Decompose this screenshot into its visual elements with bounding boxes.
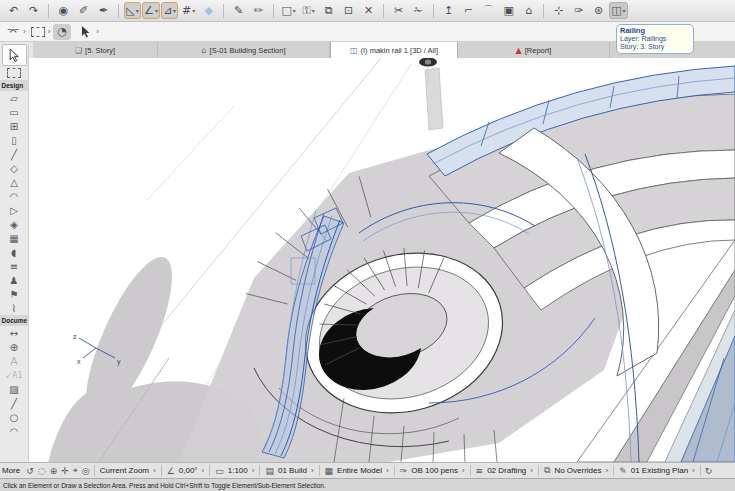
tab-label: [5. Story]: [85, 46, 115, 55]
arrow-tool-button[interactable]: [77, 24, 95, 40]
transform-button[interactable]: ⧉: [319, 2, 338, 19]
wall-tool[interactable]: ▱: [2, 91, 27, 105]
axis-z-label: z: [73, 333, 77, 340]
radial-dimension-tool[interactable]: ⊕: [2, 340, 27, 354]
curtain-wall-tool[interactable]: ▦: [2, 231, 27, 245]
more-button[interactable]: More: [2, 466, 20, 475]
orbit-mode-button[interactable]: ◔: [53, 24, 71, 40]
redo-button[interactable]: ↷: [24, 2, 43, 19]
stair-tool[interactable]: ≡: [2, 259, 27, 273]
chevron-icon[interactable]: ›: [96, 27, 99, 36]
pick-up-parameters-button[interactable]: ✐: [74, 2, 93, 19]
beam-tool[interactable]: ╱: [2, 147, 27, 161]
selection-options-button[interactable]: ⌤: [4, 24, 22, 40]
fillet-button[interactable]: ⌒: [479, 2, 498, 19]
fill-tool[interactable]: ▨: [2, 382, 27, 396]
tab-report[interactable]: ▲ [Report]: [458, 42, 610, 58]
roof-tool[interactable]: △: [2, 175, 27, 189]
zoom-level-control[interactable]: Current Zoom›: [98, 466, 158, 475]
suspend-groups-button[interactable]: ✕: [359, 2, 378, 19]
dimension-tool[interactable]: ↔: [2, 326, 27, 340]
pen-button[interactable]: ✏: [249, 2, 268, 19]
home-story-button[interactable]: ⌂: [519, 2, 538, 19]
marquee-icon: [31, 27, 45, 37]
refresh-icon[interactable]: ↻: [705, 466, 713, 476]
dimension-style-control[interactable]: ≡ 02 Drafting›: [474, 466, 535, 476]
column-tool[interactable]: ▯: [2, 133, 27, 147]
3d-visualization-button[interactable]: ◫▾: [609, 2, 627, 19]
object-tool[interactable]: ♟: [2, 273, 27, 287]
line-tool[interactable]: ╱: [2, 396, 27, 410]
section-icon: ⌂: [202, 46, 207, 55]
scale-control[interactable]: ▭ 1:100›: [213, 466, 256, 476]
orbit-icon[interactable]: ◎: [82, 466, 90, 476]
zoom-in-icon[interactable]: ⊕: [50, 466, 58, 476]
marquee-tool[interactable]: [2, 66, 27, 80]
door-tool[interactable]: ▭: [2, 105, 27, 119]
inject-parameters-button[interactable]: ✒: [94, 2, 113, 19]
window-tool[interactable]: ⊞: [2, 119, 27, 133]
cursor-arrow-icon: [9, 49, 20, 62]
chevron-icon[interactable]: ›: [23, 27, 26, 36]
orientation-control[interactable]: ∠ 0,00°›: [165, 466, 207, 476]
tooltip-story: Story: 3. Story: [620, 43, 690, 51]
tab-building-section[interactable]: ⌂ [S-01 Building Section]: [158, 42, 330, 58]
text-tool[interactable]: A: [2, 354, 27, 368]
cube-3d-icon: ◫: [350, 46, 358, 55]
grid-snap-button[interactable]: #▾: [179, 2, 198, 19]
renovation-filter-control[interactable]: ✎ 01 Existing Plan›: [617, 466, 697, 476]
undo-button[interactable]: ↶: [4, 2, 23, 19]
snap-guides-button[interactable]: ∠▾: [142, 2, 160, 19]
toolbar-divider: [433, 4, 434, 18]
slab-tool[interactable]: ◇: [2, 161, 27, 175]
favorites-button[interactable]: □▾: [279, 2, 298, 19]
toolbox-sidebar: Design ▱ ▭ ⊞ ▯ ╱ ◇ △ ◠ ▷ ◈ ▦ ◖ ≡ ♟ ⚑ ⌇ D…: [0, 44, 29, 462]
shape-tool[interactable]: ◖: [2, 245, 27, 259]
element-info-tooltip: Railing Layer: Railings Story: 3. Story: [616, 24, 694, 54]
lock-button[interactable]: ⚿▾: [299, 2, 318, 19]
zoom-out-icon[interactable]: ◌: [38, 466, 46, 476]
circle-tool[interactable]: ○: [2, 410, 27, 424]
model-3d-viewport[interactable]: z x y: [29, 58, 735, 462]
walk-mode-icon[interactable]: ⌖: [73, 465, 78, 476]
cursor-arrow-icon: [81, 26, 91, 38]
zoom-previous-icon[interactable]: ↺: [26, 466, 34, 476]
elevate-button[interactable]: ↥: [439, 2, 458, 19]
align-button[interactable]: ⊹: [549, 2, 568, 19]
tab-label: [Report]: [525, 46, 552, 55]
graphic-override-control[interactable]: ⧉ No Overrides›: [542, 465, 610, 476]
report-warning-icon: ▲: [516, 46, 522, 55]
resize-button[interactable]: ▣: [499, 2, 518, 19]
rotate-view-button[interactable]: ◉: [54, 2, 73, 19]
structure-display-control[interactable]: ▦ Entire Model›: [323, 466, 391, 476]
marquee-icon: [7, 68, 21, 78]
snap-points-button[interactable]: ⊿▾: [161, 2, 178, 19]
toolbar-divider: [543, 4, 544, 18]
marker-button[interactable]: ✎: [229, 2, 248, 19]
select-tool[interactable]: [2, 44, 27, 66]
annotate-button[interactable]: ✑: [569, 2, 588, 19]
label-tool[interactable]: ↙A1: [2, 368, 27, 382]
tab-5-story[interactable]: ❏ [5. Story]: [33, 42, 158, 58]
element-id-button[interactable]: ⊡: [339, 2, 358, 19]
zone-tool[interactable]: ⚑: [2, 287, 27, 301]
tab-3d-view-active[interactable]: ◫ (I) makin rail 1 [3D / All]: [330, 42, 458, 58]
guide-lines-button[interactable]: ◺▾: [124, 2, 141, 19]
document-section-label: Docume: [0, 315, 29, 326]
adjust-button[interactable]: ⌐: [459, 2, 478, 19]
layer-combination-control[interactable]: ▤ 01 Build›: [263, 466, 315, 476]
morph-tool[interactable]: ⌇: [2, 301, 27, 315]
skylight-tool[interactable]: ▷: [2, 203, 27, 217]
publish-button[interactable]: ⊛: [589, 2, 608, 19]
trim-button[interactable]: ✂: [389, 2, 408, 19]
split-button[interactable]: ✁: [409, 2, 428, 19]
chevron-icon[interactable]: ›: [48, 27, 51, 36]
pen-set-control[interactable]: ✑ OB 100 pens›: [398, 466, 467, 476]
marquee-options-button[interactable]: [29, 24, 47, 40]
pan-icon[interactable]: ✛: [61, 466, 69, 476]
spline-tool[interactable]: ◠: [2, 424, 27, 438]
shell-tool[interactable]: ◠: [2, 189, 27, 203]
folder-icon: ❏: [75, 46, 82, 55]
eraser-button[interactable]: ◆: [199, 2, 218, 19]
mesh-tool[interactable]: ◈: [2, 217, 27, 231]
